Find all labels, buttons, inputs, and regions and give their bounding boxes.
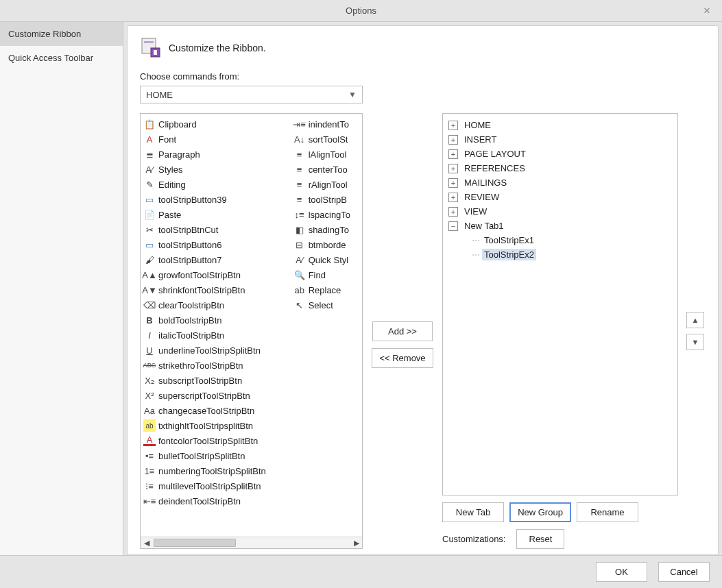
command-item[interactable]: 🖌toolStripButton7 bbox=[141, 252, 291, 267]
add-button[interactable]: Add >> bbox=[372, 321, 433, 341]
superscript-icon: X² bbox=[143, 389, 156, 402]
command-item[interactable]: A⁄Styles bbox=[141, 162, 291, 177]
expander-icon[interactable]: − bbox=[448, 221, 458, 231]
move-up-button[interactable]: ▲ bbox=[686, 312, 704, 328]
tree-group[interactable]: ⋯ToolStripEx1 bbox=[462, 233, 672, 247]
tree-tab[interactable]: +REVIEW bbox=[448, 190, 672, 204]
scroll-right-button[interactable]: ▶ bbox=[350, 537, 362, 548]
command-item[interactable]: ⇥≡inindentTo bbox=[291, 117, 362, 132]
fontcolor-icon: A bbox=[143, 436, 156, 446]
tree-tab[interactable]: +REFERENCES bbox=[448, 161, 672, 175]
editing-icon: ✎ bbox=[143, 178, 156, 191]
command-item[interactable]: A⁄Quick Styl bbox=[291, 252, 362, 267]
command-item[interactable]: X²superscriptToolStripBtn bbox=[141, 388, 291, 403]
command-item[interactable]: ≡toolStripB bbox=[291, 192, 362, 207]
scroll-left-button[interactable]: ◀ bbox=[141, 537, 152, 548]
command-label: sortToolSt bbox=[309, 134, 348, 145]
clipboard-icon: 📋 bbox=[143, 118, 156, 130]
command-item[interactable]: ≣Paragraph bbox=[141, 147, 291, 162]
command-item[interactable]: ABCstrikethroToolStripBtn bbox=[141, 358, 291, 373]
reset-button[interactable]: Reset bbox=[516, 529, 564, 549]
command-label: deindentToolStripBtn bbox=[158, 496, 241, 506]
command-item[interactable]: ↖Select bbox=[291, 297, 362, 313]
command-item[interactable]: UunderlineToolStripSplitBtn bbox=[141, 343, 291, 358]
command-item[interactable]: ⌫clearToolstripBtn bbox=[141, 297, 291, 313]
highlight-icon: ab bbox=[143, 419, 156, 432]
clear-icon: ⌫ bbox=[143, 299, 156, 311]
tree-tab[interactable]: +MAILINGS bbox=[448, 175, 672, 190]
expander-icon[interactable]: + bbox=[448, 207, 458, 217]
rename-button[interactable]: Rename bbox=[577, 502, 638, 522]
expander-icon[interactable]: + bbox=[448, 149, 458, 159]
replace-icon: ab bbox=[293, 284, 306, 296]
command-item[interactable]: A▲growfontToolStripBtn bbox=[141, 267, 291, 282]
command-item[interactable]: ▭toolStripButton39 bbox=[141, 192, 291, 207]
new-group-button[interactable]: New Group bbox=[509, 502, 571, 522]
deindent-icon: ⇤≡ bbox=[143, 495, 156, 507]
command-item[interactable]: ✂toolStripBtnCut bbox=[141, 222, 291, 237]
command-label: centerToo bbox=[309, 164, 348, 175]
command-item[interactable]: ✎Editing bbox=[141, 177, 291, 192]
command-label: strikethroToolStripBtn bbox=[158, 360, 243, 371]
move-down-button[interactable]: ▼ bbox=[686, 334, 704, 350]
svg-rect-3 bbox=[154, 50, 157, 55]
center-icon: ≡ bbox=[293, 163, 306, 175]
command-item[interactable]: ≡centerToo bbox=[291, 162, 362, 177]
command-item[interactable]: AfontcolorToolStripSplitBtn bbox=[141, 433, 291, 448]
command-item[interactable]: abtxthighltToolStripsplitBtn bbox=[141, 418, 291, 433]
scroll-thumb[interactable] bbox=[154, 539, 236, 547]
command-item[interactable]: 📋Clipboard bbox=[141, 117, 291, 132]
command-item[interactable]: 1≡numberingToolStripSplitBtn bbox=[141, 463, 291, 478]
command-item[interactable]: abReplace bbox=[291, 282, 362, 297]
command-label: bulletToolStripSplitBtn bbox=[158, 451, 245, 461]
close-button[interactable]: × bbox=[699, 3, 715, 19]
remove-button[interactable]: << Remove bbox=[372, 348, 433, 368]
command-item[interactable]: ⁝≡multilevelToolStripSplitBtn bbox=[141, 478, 291, 493]
expander-icon[interactable]: + bbox=[448, 164, 458, 173]
command-item[interactable]: A▼shrinkfontToolStripBtn bbox=[141, 282, 291, 297]
commands-h-scrollbar[interactable]: ◀ ▶ bbox=[141, 537, 362, 548]
ribbon-tree[interactable]: +HOME+INSERT+PAGE LAYOUT+REFERENCES+MAIL… bbox=[442, 113, 678, 495]
command-item[interactable]: IitalicToolStripBtn bbox=[141, 328, 291, 343]
sidebar-item-customize-ribbon[interactable]: Customize Ribbon bbox=[0, 22, 123, 46]
command-item[interactable]: •≡bulletToolStripSplitBtn bbox=[141, 448, 291, 463]
choose-commands-dropdown[interactable]: HOME ▼ bbox=[140, 86, 363, 103]
expander-icon[interactable]: + bbox=[448, 178, 458, 188]
command-item[interactable]: ⇤≡deindentToolStripBtn bbox=[141, 493, 291, 509]
inindent-icon: ⇥≡ bbox=[293, 118, 306, 130]
command-item[interactable]: ▭toolStripButton6 bbox=[141, 237, 291, 252]
cancel-button[interactable]: Cancel bbox=[658, 562, 710, 582]
tree-tab[interactable]: +HOME bbox=[448, 118, 672, 132]
command-item[interactable]: AachangecaseToolStripBtn bbox=[141, 403, 291, 418]
tree-group[interactable]: ⋯ToolStripEx2 bbox=[462, 247, 672, 262]
options-dialog: Options × Customize Ribbon Quick Access … bbox=[0, 0, 722, 588]
tree-tab-label: INSERT bbox=[462, 134, 498, 145]
expander-icon[interactable]: + bbox=[448, 135, 458, 145]
command-item[interactable]: ≡rAlignTool bbox=[291, 177, 362, 192]
tree-tab[interactable]: +INSERT bbox=[448, 132, 672, 147]
command-item[interactable]: 📄Paste bbox=[141, 207, 291, 222]
tree-tab-label: VIEW bbox=[462, 206, 489, 217]
command-item[interactable]: 🔍Find bbox=[291, 267, 362, 282]
customizations-row: Customizations: Reset bbox=[442, 529, 678, 549]
sidebar-item-qat[interactable]: Quick Access Toolbar bbox=[0, 46, 123, 70]
command-item[interactable]: X₂subscriptToolStripBtn bbox=[141, 373, 291, 388]
multilevel-icon: ⁝≡ bbox=[143, 480, 156, 492]
command-item[interactable]: ≡lAlignTool bbox=[291, 147, 362, 162]
tree-tab[interactable]: +PAGE LAYOUT bbox=[448, 147, 672, 161]
window-title: Options bbox=[346, 5, 376, 16]
tree-tab[interactable]: +VIEW bbox=[448, 204, 672, 219]
command-item[interactable]: BboldToolstripBtn bbox=[141, 313, 291, 328]
command-item[interactable]: AFont bbox=[141, 132, 291, 147]
expander-icon[interactable]: + bbox=[448, 121, 458, 130]
new-tab-button[interactable]: New Tab bbox=[442, 502, 504, 522]
command-item[interactable]: ⊟btmborde bbox=[291, 237, 362, 252]
command-item[interactable]: ↕≡lspacingTo bbox=[291, 207, 362, 222]
ok-button[interactable]: OK bbox=[596, 562, 647, 582]
command-item[interactable]: A↓sortToolSt bbox=[291, 132, 362, 147]
command-item[interactable]: ◧shadingTo bbox=[291, 222, 362, 237]
tree-tab[interactable]: −New Tab1 bbox=[448, 219, 672, 233]
commands-listbox[interactable]: 📋ClipboardAFont≣ParagraphA⁄Styles✎Editin… bbox=[140, 113, 363, 549]
expander-icon[interactable]: + bbox=[448, 193, 458, 202]
scroll-track[interactable] bbox=[152, 537, 350, 548]
